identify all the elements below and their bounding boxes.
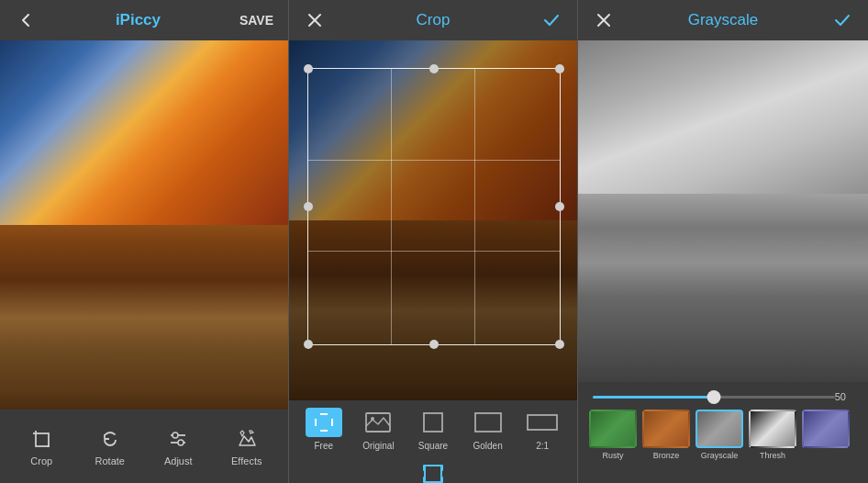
- crop-active-button[interactable]: Crop: [420, 462, 446, 483]
- crop-grid-h2: [308, 251, 560, 252]
- crop-option-golden[interactable]: Golden: [470, 408, 506, 451]
- sunset-bg: [0, 40, 288, 410]
- crop-active-section: Crop: [289, 458, 577, 483]
- grayscale-bg: [578, 40, 868, 382]
- effects-image-area: [578, 40, 868, 382]
- effect-slider-thumb[interactable]: [707, 390, 720, 404]
- svg-rect-14: [315, 426, 320, 432]
- thresh-label: Thresh: [760, 451, 785, 460]
- effect-grayscale[interactable]: Grayscale: [696, 410, 743, 460]
- crop-grid-v2: [474, 69, 475, 344]
- svg-point-17: [371, 417, 374, 421]
- crop-option-21[interactable]: 2:1: [524, 408, 561, 451]
- effect-bronze[interactable]: Bronze: [642, 410, 690, 460]
- panel-main: iPiccy SAVE Crop: [0, 0, 289, 483]
- crop-cancel-button[interactable]: [304, 9, 326, 31]
- crop-free-label: Free: [315, 441, 334, 451]
- tool-adjust[interactable]: Adjust: [144, 426, 213, 466]
- main-header: iPiccy SAVE: [0, 0, 288, 40]
- svg-point-8: [178, 440, 184, 445]
- crop-handle-bc[interactable]: [429, 340, 439, 349]
- svg-rect-21: [425, 466, 441, 482]
- svg-rect-18: [424, 413, 442, 432]
- bronze-label: Bronze: [653, 451, 680, 460]
- crop-original-label: Original: [362, 441, 394, 451]
- crop-confirm-button[interactable]: [540, 9, 562, 31]
- tool-rotate-label: Rotate: [95, 455, 125, 466]
- effects-toolbar: 50 Rusty Bronze Grayscale Thresh: [578, 382, 868, 483]
- rotate-icon: [97, 426, 123, 452]
- crop-option-square[interactable]: Square: [415, 408, 451, 451]
- panel-effects: Grayscale 50 Rusty Bronze: [578, 0, 868, 483]
- crop-option-free[interactable]: Free: [306, 408, 342, 451]
- effects-icon: [234, 426, 260, 452]
- effect-slider-value: 50: [835, 391, 846, 402]
- grayscale-image: [578, 40, 868, 382]
- crop-handle-bl[interactable]: [304, 340, 313, 349]
- crop-21-icon: [524, 408, 561, 437]
- effects-thumbnails: Rusty Bronze Grayscale Thresh: [585, 410, 861, 460]
- svg-rect-13: [328, 413, 333, 419]
- crop-original-icon: [360, 408, 396, 437]
- svg-rect-19: [475, 413, 501, 432]
- panel-crop: Crop: [289, 0, 578, 483]
- crop-handle-br[interactable]: [555, 340, 564, 349]
- main-image: [0, 40, 288, 410]
- crop-toolbar: Free Original: [289, 400, 577, 483]
- tool-adjust-label: Adjust: [164, 455, 193, 466]
- rusty-thumb-img: [589, 410, 637, 448]
- tool-crop-label: Crop: [30, 455, 52, 466]
- bronze-thumb-img: [642, 410, 690, 448]
- crop-grid-v1: [391, 69, 392, 344]
- crop-icon: [28, 426, 54, 452]
- crop-handle-tl[interactable]: [304, 64, 313, 73]
- effect-slider-fill: [593, 396, 714, 399]
- crop-header: Crop: [289, 0, 577, 40]
- thresh-thumb-img: [749, 410, 796, 448]
- effect-slider-track: [593, 396, 835, 399]
- sunset-image: [0, 40, 288, 410]
- back-button[interactable]: [15, 9, 37, 31]
- effects-header: Grayscale: [578, 0, 868, 40]
- crop-grid-h1: [308, 160, 560, 161]
- crop-option-original[interactable]: Original: [360, 408, 396, 451]
- crop-square-icon: [415, 408, 451, 437]
- effect-slider-row: 50: [585, 388, 861, 410]
- app-brand: iPiccy: [116, 11, 161, 29]
- svg-rect-0: [36, 433, 49, 446]
- effects-confirm-button[interactable]: [831, 9, 853, 31]
- rusty-label: Rusty: [602, 451, 623, 460]
- crop-handle-tr[interactable]: [555, 64, 564, 73]
- crop-21-label: 2:1: [536, 441, 549, 451]
- crop-golden-label: Golden: [473, 441, 502, 451]
- tool-effects-label: Effects: [231, 455, 262, 466]
- effects-cancel-button[interactable]: [593, 9, 615, 31]
- crop-title: Crop: [417, 11, 451, 29]
- crop-handle-ml[interactable]: [304, 202, 313, 211]
- crop-free-icon: [306, 408, 342, 437]
- tool-crop[interactable]: Crop: [7, 426, 76, 466]
- svg-rect-12: [315, 413, 320, 419]
- crop-golden-icon: [470, 408, 506, 437]
- crop-box[interactable]: [307, 68, 561, 345]
- crop-square-label: Square: [418, 441, 448, 451]
- crop-handle-tc[interactable]: [429, 64, 439, 73]
- crop-handle-mr[interactable]: [555, 202, 564, 211]
- effect-partial[interactable]: [802, 410, 850, 460]
- svg-rect-15: [328, 426, 333, 432]
- grayscale-label: Grayscale: [701, 451, 739, 460]
- partial-thumb-img: [802, 410, 850, 448]
- svg-point-7: [172, 432, 178, 438]
- tool-effects[interactable]: Effects: [213, 426, 282, 466]
- effect-rusty[interactable]: Rusty: [589, 410, 637, 460]
- save-button[interactable]: SAVE: [239, 13, 273, 28]
- effects-title: Grayscale: [688, 11, 759, 29]
- grayscale-thumb-img: [696, 410, 743, 448]
- adjust-icon: [165, 426, 191, 452]
- crop-image-area: [289, 40, 577, 400]
- main-toolbar: Crop Rotate Adjust: [0, 410, 288, 483]
- svg-rect-20: [528, 415, 557, 430]
- tool-rotate[interactable]: Rotate: [76, 426, 145, 466]
- crop-options: Free Original: [289, 408, 577, 451]
- effect-thresh[interactable]: Thresh: [749, 410, 796, 460]
